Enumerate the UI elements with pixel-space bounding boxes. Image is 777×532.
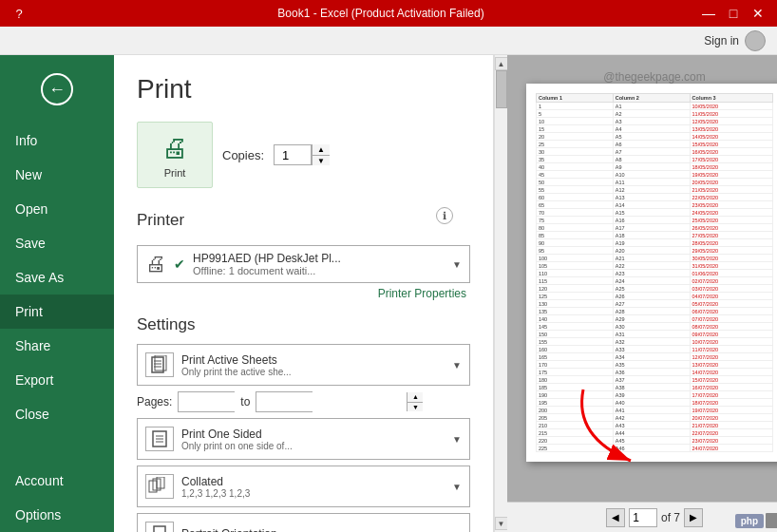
table-cell: 04/07/2020 — [690, 293, 772, 300]
print-sheets-setting[interactable]: Print Active Sheets Only print the activ… — [137, 344, 470, 386]
page-prev-button[interactable]: ◀ — [606, 508, 625, 527]
sidebar-close-label: Close — [15, 407, 49, 422]
table-cell: A18 — [613, 232, 690, 239]
table-cell: 25 — [537, 141, 614, 148]
table-row: 85A1827/05/2020 — [537, 232, 773, 239]
sidebar-item-options[interactable]: Options — [0, 498, 114, 532]
printer-info-icon[interactable]: ℹ — [436, 207, 453, 224]
copies-input[interactable] — [274, 144, 312, 165]
table-row: 225A4624/07/2020 — [537, 445, 773, 452]
table-cell: A1 — [613, 103, 690, 110]
sidebar-item-account[interactable]: Account — [0, 464, 114, 498]
table-cell: A12 — [613, 186, 690, 194]
one-sided-desc: Only print on one side of... — [181, 441, 445, 451]
table-row: 5A211/05/2020 — [537, 110, 773, 118]
collated-arrow-icon: ▼ — [452, 482, 462, 492]
minimize-button[interactable]: — — [697, 4, 720, 23]
copies-decrement[interactable]: ▼ — [313, 155, 330, 165]
sidebar-item-save-as[interactable]: Save As — [0, 260, 114, 294]
signin-bar: Sign in — [0, 27, 777, 55]
sidebar-item-share[interactable]: Share — [0, 329, 114, 363]
printer-dropdown[interactable]: 🖨 ✔ HP991AED (HP DeskJet Pl... Offline: … — [137, 245, 470, 283]
col-header-2: Column 2 — [613, 94, 690, 103]
pages-to-input[interactable] — [256, 392, 407, 411]
sidebar-item-close[interactable]: Close — [0, 397, 114, 431]
table-cell: 135 — [537, 308, 614, 315]
title-bar: ? Book1 - Excel (Product Activation Fail… — [0, 0, 777, 27]
sidebar-item-print[interactable]: Print — [0, 294, 114, 329]
table-row: 110A2301/06/2020 — [537, 270, 773, 277]
table-row: 105A2231/05/2020 — [537, 262, 773, 270]
scroll-down-button[interactable]: ▼ — [495, 517, 508, 530]
collated-setting[interactable]: Collated 1,2,3 1,2,3 1,2,3 ▼ — [137, 466, 470, 507]
table-cell: A9 — [613, 163, 690, 171]
table-cell: A34 — [613, 353, 690, 361]
signin-area[interactable]: Sign in — [704, 30, 766, 51]
table-cell: A6 — [613, 141, 690, 148]
printer-properties-link[interactable]: Printer Properties — [137, 287, 470, 300]
table-cell: 15 — [537, 125, 614, 133]
sheets-icon — [145, 352, 174, 377]
table-cell: 01/06/2020 — [690, 270, 772, 277]
table-cell: 20 — [537, 133, 614, 141]
collated-name: Collated — [181, 475, 445, 488]
table-row: 65A1423/05/2020 — [537, 201, 773, 209]
printer-info: HP991AED (HP DeskJet Pl... Offline: 1 do… — [193, 252, 445, 276]
one-sided-setting[interactable]: Print One Sided Only print on one side o… — [137, 418, 470, 460]
table-cell: 45 — [537, 171, 614, 179]
copies-increment[interactable]: ▲ — [313, 144, 330, 155]
table-cell: 145 — [537, 323, 614, 331]
maximize-button[interactable]: □ — [722, 4, 745, 23]
table-cell: 205 — [537, 414, 614, 422]
signin-label: Sign in — [704, 34, 739, 48]
back-button[interactable]: ← — [38, 70, 76, 108]
sidebar-account-label: Account — [15, 473, 64, 488]
table-cell: 35 — [537, 156, 614, 163]
table-cell: 60 — [537, 194, 614, 201]
print-title: Print — [137, 74, 470, 104]
sidebar-options-label: Options — [15, 507, 61, 522]
sidebar-item-info[interactable]: Info — [0, 124, 114, 158]
table-cell: 03/07/2020 — [690, 285, 772, 293]
table-cell: 23/07/2020 — [690, 437, 772, 445]
table-cell: 105 — [537, 262, 614, 270]
table-cell: A37 — [613, 376, 690, 384]
sidebar-info-label: Info — [15, 133, 37, 148]
one-sided-arrow-icon: ▼ — [452, 434, 462, 445]
page-number-input[interactable] — [629, 508, 657, 527]
scroll-up-button[interactable]: ▲ — [495, 57, 508, 70]
sidebar-item-save[interactable]: Save — [0, 226, 114, 260]
table-cell: 30/05/2020 — [690, 255, 772, 262]
table-cell: 170 — [537, 361, 614, 369]
scroll-thumb[interactable] — [496, 70, 507, 108]
table-row: 1A110/05/2020 — [537, 103, 773, 110]
table-cell: A30 — [613, 323, 690, 331]
portrait-setting[interactable]: Portrait Orientation ▼ — [137, 513, 470, 532]
sidebar-item-open[interactable]: Open — [0, 192, 114, 226]
col-header-1: Column 1 — [537, 94, 614, 103]
table-cell: 150 — [537, 331, 614, 338]
sidebar-new-label: New — [15, 167, 42, 182]
table-cell: 26/05/2020 — [690, 224, 772, 232]
view-icon-1[interactable] — [766, 513, 777, 528]
table-cell: A26 — [613, 293, 690, 300]
page-next-button[interactable]: ▶ — [684, 508, 703, 527]
table-row: 95A2029/05/2020 — [537, 247, 773, 255]
one-sided-name: Print One Sided — [181, 428, 445, 441]
table-row: 170A3513/07/2020 — [537, 361, 773, 369]
pages-to-decrement[interactable]: ▼ — [407, 402, 423, 412]
sidebar-save-label: Save — [15, 236, 46, 251]
table-cell: 85 — [537, 232, 614, 239]
sidebar-item-new[interactable]: New — [0, 158, 114, 192]
print-button[interactable]: 🖨 Print — [137, 122, 213, 188]
close-button[interactable]: ✕ — [747, 4, 769, 23]
table-cell: 10/07/2020 — [690, 338, 772, 346]
help-button[interactable]: ? — [8, 4, 30, 23]
pages-to-label: to — [240, 395, 250, 408]
sidebar-item-export[interactable]: Export — [0, 363, 114, 397]
table-cell: 20/05/2020 — [690, 179, 772, 186]
settings-scrollbar[interactable]: ▲ ▼ — [494, 55, 507, 532]
table-cell: A22 — [613, 262, 690, 270]
pages-to-increment[interactable]: ▲ — [407, 392, 423, 402]
print-sheets-desc: Only print the active she... — [181, 367, 445, 377]
